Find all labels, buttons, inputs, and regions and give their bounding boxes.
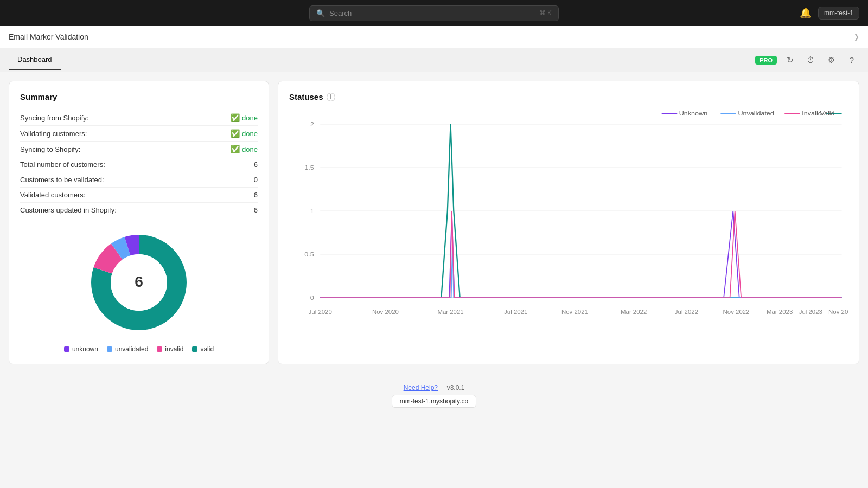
y-label-0: 0	[310, 294, 314, 301]
table-row: Syncing to Shopify: ✅ done	[20, 142, 258, 157]
version-label: v3.0.1	[447, 384, 465, 391]
nav-right: 🔔 mm-test-1	[800, 7, 859, 20]
app-header: Email Marker Validation ❯	[0, 26, 868, 48]
y-label-2: 2	[310, 121, 314, 128]
row-label: Validated customers:	[20, 188, 206, 203]
row-value: 6	[206, 188, 258, 203]
x-label-mar2022: Mar 2022	[621, 309, 647, 315]
row-value: ✅ done	[206, 142, 258, 157]
y-label-05: 0.5	[304, 251, 314, 258]
chart-legend-unvalidated: Unvalidated	[738, 110, 774, 117]
row-label: Syncing to Shopify:	[20, 142, 206, 157]
row-label: Total number of customers:	[20, 157, 206, 172]
app-title: Email Marker Validation	[9, 33, 88, 41]
x-label-mar2023: Mar 2023	[767, 309, 793, 315]
row-value: 0	[206, 172, 258, 188]
bell-icon[interactable]: 🔔	[800, 7, 812, 19]
header-actions: PRO ↻ ⏱ ⚙ ?	[755, 53, 859, 68]
chart-area: 0 0.5 1 1.5 2 Jul 2020 Nov 2020 Mar 2021…	[289, 108, 848, 336]
x-label-nov2021: Nov 2021	[561, 309, 588, 315]
table-row: Validated customers: 6	[20, 188, 258, 203]
summary-table: Syncing from Shopify: ✅ done Validating …	[20, 110, 258, 217]
statuses-title: Statuses	[289, 92, 323, 101]
row-label: Syncing from Shopify:	[20, 110, 206, 126]
legend-label-unknown: unknown	[72, 345, 98, 353]
row-label: Validating customers:	[20, 126, 206, 142]
line-unvalidated	[320, 243, 841, 298]
legend-dot-unknown	[64, 346, 69, 352]
summary-card: Summary Syncing from Shopify: ✅ done Val…	[9, 81, 269, 364]
expand-icon[interactable]: ❯	[854, 33, 859, 41]
check-icon: ✅	[231, 145, 240, 153]
chart-legend-valid: Valid	[820, 110, 835, 117]
statuses-chart: 0 0.5 1 1.5 2 Jul 2020 Nov 2020 Mar 2021…	[289, 108, 848, 336]
table-row: Validating customers: ✅ done	[20, 126, 258, 142]
check-icon: ✅	[231, 129, 240, 138]
store-domain: mm-test-1.myshopify.co	[392, 395, 476, 408]
pro-badge: PRO	[755, 56, 777, 65]
legend-dot-invalid	[157, 346, 162, 352]
chart-legend-invalid: Invalid	[802, 110, 821, 117]
table-row: Total number of customers: 6	[20, 157, 258, 172]
search-icon: 🔍	[316, 9, 325, 17]
search-placeholder: Search	[329, 9, 352, 17]
refresh-icon[interactable]: ↻	[782, 53, 797, 68]
legend-label-invalid: invalid	[165, 345, 183, 353]
search-bar[interactable]: 🔍 Search ⌘ K	[309, 5, 559, 21]
search-shortcut: ⌘ K	[539, 9, 552, 17]
legend-dot-unvalidated	[107, 346, 112, 352]
tabs: Dashboard	[9, 50, 61, 70]
tab-dashboard[interactable]: Dashboard	[9, 50, 61, 70]
user-badge[interactable]: mm-test-1	[818, 7, 859, 20]
row-value: 6	[206, 203, 258, 218]
settings-icon[interactable]: ⚙	[824, 53, 839, 68]
legend-item-unknown: unknown	[64, 345, 98, 353]
table-row: Syncing from Shopify: ✅ done	[20, 110, 258, 126]
table-row: Customers updated in Shopify: 6	[20, 203, 258, 218]
main-content: Summary Syncing from Shopify: ✅ done Val…	[0, 72, 868, 373]
help-icon[interactable]: ?	[844, 53, 859, 68]
sub-header: Dashboard PRO ↻ ⏱ ⚙ ?	[0, 48, 868, 72]
legend-item-valid: valid	[192, 345, 214, 353]
row-label: Customers to be validated:	[20, 172, 206, 188]
y-label-15: 1.5	[304, 164, 314, 171]
legend-label-valid: valid	[200, 345, 214, 353]
legend-dot-valid	[192, 346, 197, 352]
row-value: ✅ done	[206, 126, 258, 142]
legend-item-unvalidated: unvalidated	[107, 345, 148, 353]
clock-icon[interactable]: ⏱	[803, 53, 818, 68]
statuses-card: Statuses i 0 0.5 1 1.5 2 Jul 2	[278, 81, 859, 364]
x-label-mar2021: Mar 2021	[437, 309, 463, 315]
donut-chart-wrapper: 6 unknown unvalidated invalid valid	[20, 228, 258, 353]
donut-center-label: 6	[135, 273, 143, 290]
row-value: ✅ done	[206, 110, 258, 126]
help-link[interactable]: Need Help?	[404, 384, 438, 391]
info-icon[interactable]: i	[327, 93, 335, 101]
legend-item-invalid: invalid	[157, 345, 183, 353]
top-navigation: 🔍 Search ⌘ K 🔔 mm-test-1	[0, 0, 868, 26]
chart-legend-unknown: Unknown	[679, 110, 707, 117]
footer: Need Help? v3.0.1 mm-test-1.myshopify.co	[0, 373, 868, 419]
x-label-jul2023: Jul 2023	[799, 309, 822, 315]
x-label-nov2022: Nov 2022	[723, 309, 750, 315]
summary-title: Summary	[20, 92, 258, 101]
y-label-1: 1	[310, 208, 314, 215]
table-row: Customers to be validated: 0	[20, 172, 258, 188]
row-label: Customers updated in Shopify:	[20, 203, 206, 218]
x-label-jul2021: Jul 2021	[504, 309, 527, 315]
statuses-title-row: Statuses i	[289, 92, 848, 101]
check-icon: ✅	[231, 113, 240, 122]
x-label-jul2020: Jul 2020	[309, 309, 332, 315]
donut-chart: 6	[85, 228, 193, 337]
x-label-nov2023: Nov 2023	[828, 309, 848, 315]
x-label-jul2022: Jul 2022	[675, 309, 698, 315]
x-label-nov2020: Nov 2020	[372, 309, 399, 315]
donut-legend: unknown unvalidated invalid valid	[64, 345, 214, 353]
legend-label-unvalidated: unvalidated	[115, 345, 148, 353]
row-value: 6	[206, 157, 258, 172]
